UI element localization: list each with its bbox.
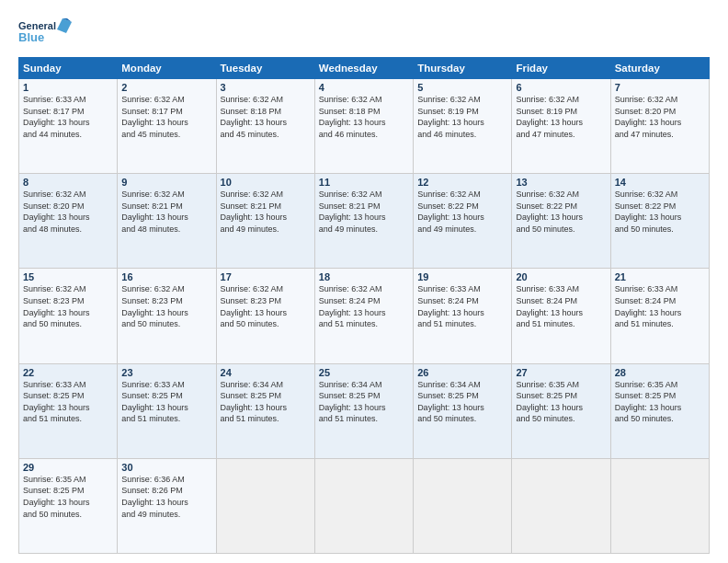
day-info: Sunrise: 6:32 AM Sunset: 8:22 PM Dayligh…	[516, 189, 606, 235]
day-info: Sunrise: 6:32 AM Sunset: 8:23 PM Dayligh…	[23, 283, 113, 329]
day-number: 17	[221, 271, 311, 282]
day-info: Sunrise: 6:32 AM Sunset: 8:18 PM Dayligh…	[319, 94, 409, 140]
day-cell: 22Sunrise: 6:33 AM Sunset: 8:25 PM Dayli…	[19, 363, 118, 458]
day-info: Sunrise: 6:32 AM Sunset: 8:24 PM Dayligh…	[319, 283, 409, 329]
day-cell: 14Sunrise: 6:32 AM Sunset: 8:22 PM Dayli…	[610, 174, 709, 269]
header-thursday: Thursday	[414, 58, 512, 79]
day-number: 21	[615, 271, 705, 282]
header-row: SundayMondayTuesdayWednesdayThursdayFrid…	[19, 58, 710, 79]
day-cell: 8Sunrise: 6:32 AM Sunset: 8:20 PM Daylig…	[19, 174, 118, 269]
day-number: 14	[615, 177, 705, 188]
day-info: Sunrise: 6:33 AM Sunset: 8:24 PM Dayligh…	[516, 283, 606, 329]
day-cell: 19Sunrise: 6:33 AM Sunset: 8:24 PM Dayli…	[414, 269, 512, 363]
day-info: Sunrise: 6:32 AM Sunset: 8:21 PM Dayligh…	[221, 189, 311, 235]
day-info: Sunrise: 6:32 AM Sunset: 8:17 PM Dayligh…	[121, 94, 211, 140]
day-number: 23	[121, 367, 211, 378]
day-cell	[314, 458, 413, 553]
day-number: 28	[615, 367, 705, 378]
day-info: Sunrise: 6:32 AM Sunset: 8:22 PM Dayligh…	[615, 189, 705, 235]
header-sunday: Sunday	[19, 58, 118, 79]
day-number: 15	[23, 271, 113, 282]
day-cell: 20Sunrise: 6:33 AM Sunset: 8:24 PM Dayli…	[512, 269, 610, 363]
day-number: 30	[121, 462, 211, 473]
header-tuesday: Tuesday	[216, 58, 314, 79]
week-row-3: 15Sunrise: 6:32 AM Sunset: 8:23 PM Dayli…	[19, 269, 710, 363]
day-cell: 2Sunrise: 6:32 AM Sunset: 8:17 PM Daylig…	[118, 79, 216, 174]
day-cell	[216, 458, 314, 553]
header-monday: Monday	[118, 58, 216, 79]
day-cell: 29Sunrise: 6:35 AM Sunset: 8:25 PM Dayli…	[19, 458, 118, 553]
day-cell: 26Sunrise: 6:34 AM Sunset: 8:25 PM Dayli…	[414, 363, 512, 458]
day-info: Sunrise: 6:33 AM Sunset: 8:25 PM Dayligh…	[23, 379, 113, 425]
day-info: Sunrise: 6:34 AM Sunset: 8:25 PM Dayligh…	[417, 379, 507, 425]
day-number: 16	[121, 271, 211, 282]
day-cell: 10Sunrise: 6:32 AM Sunset: 8:21 PM Dayli…	[216, 174, 314, 269]
day-info: Sunrise: 6:33 AM Sunset: 8:24 PM Dayligh…	[417, 283, 507, 329]
day-cell: 17Sunrise: 6:32 AM Sunset: 8:23 PM Dayli…	[216, 269, 314, 363]
day-cell: 3Sunrise: 6:32 AM Sunset: 8:18 PM Daylig…	[216, 79, 314, 174]
day-number: 4	[319, 82, 409, 93]
calendar-table: SundayMondayTuesdayWednesdayThursdayFrid…	[18, 57, 710, 554]
logo-svg: General Blue	[18, 17, 74, 50]
day-number: 11	[319, 177, 409, 188]
header-saturday: Saturday	[610, 58, 709, 79]
day-cell: 30Sunrise: 6:36 AM Sunset: 8:26 PM Dayli…	[118, 458, 216, 553]
day-cell: 1Sunrise: 6:33 AM Sunset: 8:17 PM Daylig…	[19, 79, 118, 174]
day-cell	[512, 458, 610, 553]
day-info: Sunrise: 6:32 AM Sunset: 8:22 PM Dayligh…	[417, 189, 507, 235]
header-friday: Friday	[512, 58, 610, 79]
day-cell: 4Sunrise: 6:32 AM Sunset: 8:18 PM Daylig…	[314, 79, 413, 174]
day-info: Sunrise: 6:32 AM Sunset: 8:20 PM Dayligh…	[615, 94, 705, 140]
day-number: 9	[121, 177, 211, 188]
day-number: 13	[516, 177, 606, 188]
day-cell: 5Sunrise: 6:32 AM Sunset: 8:19 PM Daylig…	[414, 79, 512, 174]
day-cell: 12Sunrise: 6:32 AM Sunset: 8:22 PM Dayli…	[414, 174, 512, 269]
day-info: Sunrise: 6:35 AM Sunset: 8:25 PM Dayligh…	[23, 474, 113, 520]
day-cell: 18Sunrise: 6:32 AM Sunset: 8:24 PM Dayli…	[314, 269, 413, 363]
day-number: 6	[516, 82, 606, 93]
day-cell: 15Sunrise: 6:32 AM Sunset: 8:23 PM Dayli…	[19, 269, 118, 363]
day-info: Sunrise: 6:33 AM Sunset: 8:25 PM Dayligh…	[121, 379, 211, 425]
day-number: 22	[23, 367, 113, 378]
day-number: 5	[417, 82, 507, 93]
day-info: Sunrise: 6:32 AM Sunset: 8:21 PM Dayligh…	[319, 189, 409, 235]
day-info: Sunrise: 6:34 AM Sunset: 8:25 PM Dayligh…	[319, 379, 409, 425]
day-cell: 28Sunrise: 6:35 AM Sunset: 8:25 PM Dayli…	[610, 363, 709, 458]
header-wednesday: Wednesday	[314, 58, 413, 79]
day-info: Sunrise: 6:33 AM Sunset: 8:24 PM Dayligh…	[615, 283, 705, 329]
week-row-5: 29Sunrise: 6:35 AM Sunset: 8:25 PM Dayli…	[19, 458, 710, 553]
day-info: Sunrise: 6:32 AM Sunset: 8:20 PM Dayligh…	[23, 189, 113, 235]
day-info: Sunrise: 6:32 AM Sunset: 8:18 PM Dayligh…	[221, 94, 311, 140]
day-number: 27	[516, 367, 606, 378]
day-cell: 21Sunrise: 6:33 AM Sunset: 8:24 PM Dayli…	[610, 269, 709, 363]
week-row-2: 8Sunrise: 6:32 AM Sunset: 8:20 PM Daylig…	[19, 174, 710, 269]
day-cell	[610, 458, 709, 553]
day-cell: 9Sunrise: 6:32 AM Sunset: 8:21 PM Daylig…	[118, 174, 216, 269]
day-number: 12	[417, 177, 507, 188]
day-info: Sunrise: 6:32 AM Sunset: 8:23 PM Dayligh…	[221, 283, 311, 329]
logo: General Blue	[18, 17, 74, 50]
day-number: 1	[23, 82, 113, 93]
day-cell: 7Sunrise: 6:32 AM Sunset: 8:20 PM Daylig…	[610, 79, 709, 174]
day-number: 10	[221, 177, 311, 188]
day-cell: 13Sunrise: 6:32 AM Sunset: 8:22 PM Dayli…	[512, 174, 610, 269]
day-info: Sunrise: 6:32 AM Sunset: 8:23 PM Dayligh…	[121, 283, 211, 329]
day-number: 18	[319, 271, 409, 282]
day-cell: 16Sunrise: 6:32 AM Sunset: 8:23 PM Dayli…	[118, 269, 216, 363]
header: General Blue	[18, 17, 710, 50]
day-number: 25	[319, 367, 409, 378]
day-cell	[414, 458, 512, 553]
day-info: Sunrise: 6:34 AM Sunset: 8:25 PM Dayligh…	[221, 379, 311, 425]
day-cell: 11Sunrise: 6:32 AM Sunset: 8:21 PM Dayli…	[314, 174, 413, 269]
day-number: 29	[23, 462, 113, 473]
day-info: Sunrise: 6:32 AM Sunset: 8:19 PM Dayligh…	[516, 94, 606, 140]
day-number: 19	[417, 271, 507, 282]
day-number: 3	[221, 82, 311, 93]
day-number: 24	[221, 367, 311, 378]
day-number: 2	[121, 82, 211, 93]
day-number: 20	[516, 271, 606, 282]
day-info: Sunrise: 6:35 AM Sunset: 8:25 PM Dayligh…	[516, 379, 606, 425]
week-row-4: 22Sunrise: 6:33 AM Sunset: 8:25 PM Dayli…	[19, 363, 710, 458]
day-number: 26	[417, 367, 507, 378]
day-info: Sunrise: 6:32 AM Sunset: 8:21 PM Dayligh…	[121, 189, 211, 235]
